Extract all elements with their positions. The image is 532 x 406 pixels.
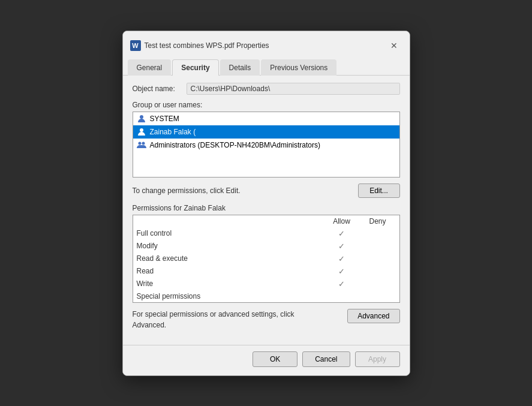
title-bar: W Test test combines WPS.pdf Properties …: [123, 31, 410, 54]
user-list[interactable]: SYSTEM Zainab Falak ( Administrators (DE…: [133, 112, 400, 178]
close-icon: ✕: [390, 41, 398, 50]
permissions-label: Permissions for Zainab Falak: [133, 204, 400, 212]
col-name-header: [137, 217, 324, 225]
object-name-label: Object name:: [133, 85, 187, 93]
user-name-zainab: Zainab Falak (: [150, 128, 196, 136]
perm-deny-modify: [360, 242, 396, 251]
change-perms-text: To change permissions, click Edit.: [133, 187, 241, 195]
check-fullcontrol-allow: ✓: [338, 229, 345, 238]
perm-name-fullcontrol: Full control: [137, 229, 324, 238]
perm-name-modify: Modify: [137, 242, 324, 251]
perm-name-write: Write: [137, 279, 324, 288]
object-name-row: Object name: C:\Users\HP\Downloads\: [133, 83, 400, 95]
check-modify-allow: ✓: [338, 242, 345, 251]
tab-security[interactable]: Security: [172, 59, 218, 76]
perm-allow-fullcontrol: ✓: [324, 229, 360, 238]
perm-deny-write: [360, 279, 396, 288]
perm-name-read: Read: [137, 267, 324, 276]
perm-deny-readexecute: [360, 254, 396, 263]
user-icon-system: [137, 114, 146, 124]
perm-deny-fullcontrol: [360, 229, 396, 238]
ok-button[interactable]: OK: [253, 351, 297, 367]
perm-row-read: Read ✓: [133, 265, 399, 278]
user-icon-zainab: [137, 127, 146, 137]
user-item-zainab[interactable]: Zainab Falak (: [133, 125, 399, 139]
advanced-text: For special permissions or advanced sett…: [133, 309, 312, 330]
col-deny-header: Deny: [360, 217, 396, 225]
perm-row-fullcontrol: Full control ✓: [133, 227, 399, 240]
check-read-allow: ✓: [338, 267, 345, 276]
user-name-system: SYSTEM: [150, 115, 179, 123]
dialog-footer: OK Cancel Apply: [123, 345, 410, 375]
check-readexecute-allow: ✓: [338, 254, 345, 263]
svg-point-1: [140, 128, 143, 132]
perm-row-write: Write ✓: [133, 278, 399, 290]
perm-name-readexecute: Read & execute: [137, 254, 324, 263]
perm-allow-modify: ✓: [324, 242, 360, 251]
permissions-table: Allow Deny Full control ✓ Modify ✓ Read …: [133, 215, 400, 303]
col-allow-header: Allow: [324, 217, 360, 225]
advanced-button[interactable]: Advanced: [347, 309, 399, 323]
svg-point-0: [140, 115, 143, 119]
apply-button[interactable]: Apply: [355, 351, 400, 367]
perm-allow-readexecute: ✓: [324, 254, 360, 263]
perm-row-special: Special permissions: [133, 290, 399, 302]
group-label: Group or user names:: [133, 101, 400, 109]
word-icon: W: [130, 40, 141, 51]
advanced-row: For special permissions or advanced sett…: [133, 309, 400, 330]
perm-row-readexecute: Read & execute ✓: [133, 252, 399, 265]
dialog-content: Object name: C:\Users\HP\Downloads\ Grou…: [123, 76, 410, 345]
user-name-admins: Administrators (DESKTOP-NH420BM\Administ…: [150, 141, 321, 149]
tab-general[interactable]: General: [128, 59, 172, 76]
user-icon-admins: [137, 140, 146, 150]
tab-previous-versions[interactable]: Previous Versions: [261, 59, 336, 76]
dialog-title: Test test combines WPS.pdf Properties: [145, 41, 269, 50]
svg-point-2: [138, 142, 141, 145]
perm-row-modify: Modify ✓: [133, 240, 399, 252]
perm-allow-special: [324, 292, 360, 300]
perm-allow-write: ✓: [324, 279, 360, 288]
check-write-allow: ✓: [338, 279, 345, 288]
svg-point-3: [142, 142, 145, 145]
user-item-system[interactable]: SYSTEM: [133, 112, 399, 125]
title-bar-left: W Test test combines WPS.pdf Properties: [130, 40, 269, 51]
perm-allow-read: ✓: [324, 267, 360, 276]
object-name-value: C:\Users\HP\Downloads\: [187, 83, 400, 95]
tab-bar: General Security Details Previous Versio…: [123, 59, 410, 76]
change-perms-row: To change permissions, click Edit. Edit.…: [133, 184, 400, 198]
user-item-admins[interactable]: Administrators (DESKTOP-NH420BM\Administ…: [133, 139, 399, 152]
properties-dialog: W Test test combines WPS.pdf Properties …: [122, 31, 410, 376]
perm-deny-read: [360, 267, 396, 276]
cancel-button[interactable]: Cancel: [302, 351, 350, 367]
permissions-header: Allow Deny: [133, 215, 399, 227]
edit-button[interactable]: Edit...: [358, 184, 400, 198]
close-button[interactable]: ✕: [386, 37, 402, 54]
perm-name-special: Special permissions: [137, 292, 324, 300]
perm-deny-special: [360, 292, 396, 300]
tab-details[interactable]: Details: [220, 59, 260, 76]
